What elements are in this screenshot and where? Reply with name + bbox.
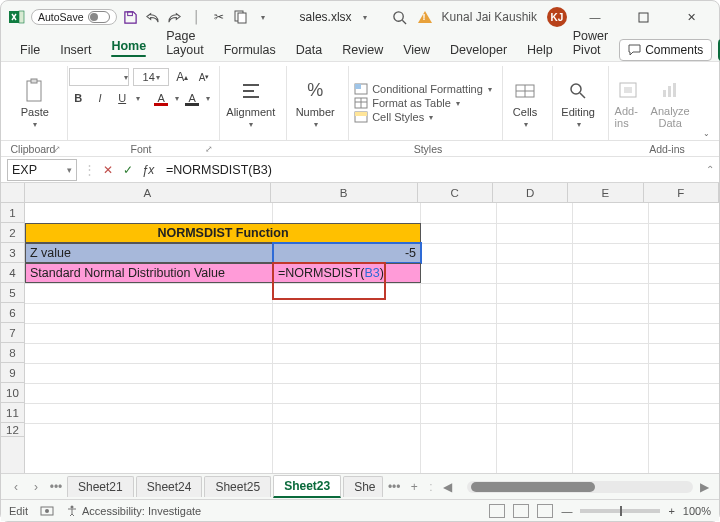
addins-button[interactable]: Add-ins bbox=[615, 77, 641, 129]
copy-icon[interactable] bbox=[233, 9, 249, 25]
dialog-launcher-icon[interactable]: ⤢ bbox=[205, 144, 213, 154]
decrease-font-icon[interactable]: A▾ bbox=[195, 69, 213, 85]
row-header[interactable]: 4 bbox=[1, 263, 24, 283]
filename-dropdown-icon[interactable]: ▾ bbox=[363, 13, 367, 22]
scroll-left-button[interactable]: ◀ bbox=[439, 480, 457, 494]
sheet-tab[interactable]: Sheet21 bbox=[67, 476, 134, 497]
autosave-toggle[interactable]: AutoSave bbox=[31, 9, 117, 25]
redo-icon[interactable] bbox=[167, 9, 183, 25]
row-header[interactable]: 1 bbox=[1, 203, 24, 223]
col-header-c[interactable]: C bbox=[418, 183, 493, 203]
tab-data[interactable]: Data bbox=[287, 39, 331, 61]
macro-record-icon[interactable] bbox=[40, 505, 54, 517]
warning-icon[interactable] bbox=[418, 11, 432, 23]
row-header[interactable]: 5 bbox=[1, 283, 24, 303]
row-header[interactable]: 11 bbox=[1, 403, 24, 423]
col-header-f[interactable]: F bbox=[644, 183, 719, 203]
col-header-e[interactable]: E bbox=[568, 183, 643, 203]
qat-customize-dropdown[interactable]: ▾ bbox=[255, 9, 271, 25]
sheet-tab[interactable]: She bbox=[343, 476, 383, 497]
row-header[interactable]: 2 bbox=[1, 223, 24, 243]
zoom-in-button[interactable]: + bbox=[668, 505, 674, 517]
editing-button[interactable]: Editing ▾ bbox=[561, 78, 595, 129]
tab-formulas[interactable]: Formulas bbox=[215, 39, 285, 61]
insert-function-button[interactable]: ƒx bbox=[138, 160, 158, 180]
col-header-d[interactable]: D bbox=[493, 183, 568, 203]
new-sheet-button[interactable]: + bbox=[405, 480, 423, 494]
fill-color-button[interactable]: A bbox=[183, 90, 201, 106]
save-icon[interactable] bbox=[123, 9, 139, 25]
sheet-tab-active[interactable]: Sheet23 bbox=[273, 475, 341, 498]
sheet-nav-more[interactable]: ••• bbox=[47, 480, 65, 494]
italic-button[interactable]: I bbox=[91, 90, 109, 106]
worksheet-grid[interactable]: A B C D E F 1 2 3 4 5 6 7 8 9 10 11 12 bbox=[1, 183, 719, 473]
tab-page-layout[interactable]: Page Layout bbox=[157, 25, 213, 61]
cell-b3[interactable]: -5 bbox=[273, 243, 421, 263]
cells-button[interactable]: Cells ▾ bbox=[512, 78, 538, 129]
comments-button[interactable]: Comments bbox=[619, 39, 712, 61]
conditional-formatting-button[interactable]: Conditional Formatting▾ bbox=[354, 83, 492, 95]
row-header[interactable]: 9 bbox=[1, 363, 24, 383]
page-break-view-button[interactable] bbox=[537, 504, 553, 518]
col-header-b[interactable]: B bbox=[271, 183, 418, 203]
font-color-button[interactable]: A bbox=[152, 90, 170, 106]
undo-icon[interactable] bbox=[145, 9, 161, 25]
cut-icon[interactable]: ✂ bbox=[211, 9, 227, 25]
cell-a3[interactable]: Z value bbox=[25, 243, 273, 263]
search-icon[interactable] bbox=[392, 9, 408, 25]
tab-view[interactable]: View bbox=[394, 39, 439, 61]
ribbon-collapse-button[interactable]: ⌄ bbox=[700, 66, 713, 140]
tab-developer[interactable]: Developer bbox=[441, 39, 516, 61]
bold-button[interactable]: B bbox=[69, 90, 87, 106]
formula-input[interactable]: =NORMSDIST(B3) bbox=[158, 163, 701, 177]
tab-insert[interactable]: Insert bbox=[51, 39, 100, 61]
font-name-select[interactable]: ▾ bbox=[69, 68, 129, 86]
underline-button[interactable]: U bbox=[113, 90, 131, 106]
tab-home[interactable]: Home bbox=[102, 35, 155, 61]
font-size-select[interactable]: 14▾ bbox=[133, 68, 169, 86]
name-box[interactable]: EXP ▾ bbox=[7, 159, 77, 181]
normal-view-button[interactable] bbox=[489, 504, 505, 518]
tab-review[interactable]: Review bbox=[333, 39, 392, 61]
tab-help[interactable]: Help bbox=[518, 39, 562, 61]
row-header[interactable]: 6 bbox=[1, 303, 24, 323]
row-header[interactable]: 10 bbox=[1, 383, 24, 403]
row-header[interactable]: 8 bbox=[1, 343, 24, 363]
cell-styles-button[interactable]: Cell Styles▾ bbox=[354, 111, 492, 123]
sheet-nav-prev[interactable]: ‹ bbox=[7, 480, 25, 494]
user-avatar[interactable]: KJ bbox=[547, 7, 567, 27]
row-header[interactable]: 12 bbox=[1, 423, 24, 437]
horizontal-scrollbar[interactable] bbox=[467, 481, 693, 493]
zoom-slider[interactable] bbox=[580, 509, 660, 513]
maximize-button[interactable] bbox=[623, 3, 663, 31]
zoom-out-button[interactable]: — bbox=[561, 505, 572, 517]
number-format-button[interactable]: % Number ▾ bbox=[296, 78, 335, 129]
row-header[interactable]: 7 bbox=[1, 323, 24, 343]
row-header[interactable]: 3 bbox=[1, 243, 24, 263]
tab-file[interactable]: File bbox=[11, 39, 49, 61]
scroll-right-button[interactable]: ▶ bbox=[695, 480, 713, 494]
format-as-table-button[interactable]: Format as Table▾ bbox=[354, 97, 492, 109]
cell-b4-editing[interactable]: =NORMSDIST(B3) bbox=[273, 263, 421, 283]
alignment-button[interactable]: Alignment ▾ bbox=[226, 78, 275, 129]
scrollbar-thumb[interactable] bbox=[471, 482, 596, 492]
zoom-level-label[interactable]: 100% bbox=[683, 505, 711, 517]
cell-a4[interactable]: Standard Normal Distribution Value bbox=[25, 263, 273, 283]
accessibility-status[interactable]: Accessibility: Investigate bbox=[66, 505, 201, 517]
page-layout-view-button[interactable] bbox=[513, 504, 529, 518]
expand-formula-bar-button[interactable]: ⌃ bbox=[701, 164, 719, 175]
cell-a2b2-title[interactable]: NORMSDIST Function bbox=[25, 223, 421, 243]
sheet-overflow[interactable]: ••• bbox=[385, 480, 403, 494]
cancel-formula-button[interactable]: ✕ bbox=[98, 160, 118, 180]
paste-button[interactable]: Paste ▾ bbox=[21, 78, 49, 129]
close-button[interactable]: ✕ bbox=[671, 3, 711, 31]
enter-formula-button[interactable]: ✓ bbox=[118, 160, 138, 180]
analyze-data-button[interactable]: Analyze Data bbox=[651, 77, 690, 129]
sheet-tab[interactable]: Sheet24 bbox=[136, 476, 203, 497]
sheet-nav-next[interactable]: › bbox=[27, 480, 45, 494]
tab-power-pivot[interactable]: Power Pivot bbox=[564, 25, 617, 61]
dialog-launcher-icon[interactable]: ⤢ bbox=[53, 144, 61, 154]
col-header-a[interactable]: A bbox=[25, 183, 271, 203]
increase-font-icon[interactable]: A▴ bbox=[173, 69, 191, 85]
sheet-tab[interactable]: Sheet25 bbox=[204, 476, 271, 497]
